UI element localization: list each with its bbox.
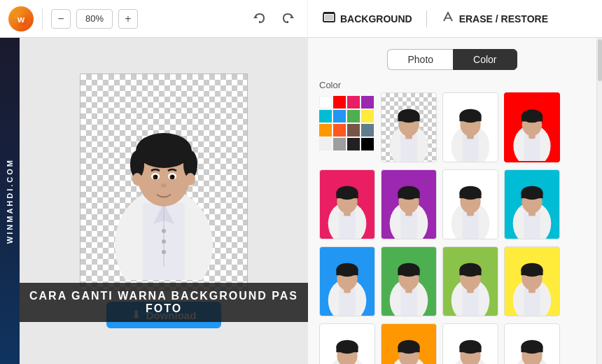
color-section-label: Color xyxy=(319,80,374,90)
row2-thumbs xyxy=(319,169,585,239)
erase-restore-label: ERASE / RESTORE xyxy=(459,13,548,24)
svg-rect-95 xyxy=(521,270,542,275)
thumb-white3[interactable] xyxy=(319,323,375,364)
svg-point-29 xyxy=(186,173,195,186)
thumb-white5[interactable] xyxy=(504,323,560,364)
svg-rect-18 xyxy=(136,150,192,163)
zoom-input[interactable] xyxy=(76,9,113,29)
svg-rect-47 xyxy=(522,116,542,122)
palette-cell-13[interactable] xyxy=(333,138,346,150)
palette-cell-11[interactable] xyxy=(361,124,374,136)
background-tab-header[interactable]: BACKGROUND xyxy=(322,10,412,27)
color-palette[interactable] xyxy=(319,96,374,150)
background-icon xyxy=(322,10,336,27)
palette-cell-15[interactable] xyxy=(361,138,374,150)
svg-rect-59 xyxy=(398,192,419,198)
row3-thumbs xyxy=(319,246,585,316)
photo-tab[interactable]: Photo xyxy=(387,49,453,70)
thumb-red[interactable] xyxy=(504,92,560,162)
thumb-purple[interactable] xyxy=(381,169,437,239)
thumb-yellow[interactable] xyxy=(504,246,560,316)
svg-point-28 xyxy=(132,173,142,186)
svg-rect-83 xyxy=(398,270,419,275)
palette-cell-5[interactable] xyxy=(333,110,346,122)
svg-rect-113 xyxy=(459,346,481,352)
background-label: BACKGROUND xyxy=(340,13,412,24)
svg-marker-2 xyxy=(253,15,258,18)
svg-rect-77 xyxy=(336,270,358,275)
thumb-pink[interactable] xyxy=(319,169,375,239)
scrollbar[interactable] xyxy=(596,38,602,364)
thumb-light-green[interactable] xyxy=(442,246,498,316)
thumb-white2[interactable] xyxy=(442,169,498,239)
zoom-in-button[interactable]: + xyxy=(118,9,138,29)
palette-section: Color xyxy=(319,80,374,162)
svg-point-14 xyxy=(162,250,166,254)
thumb-transparent[interactable] xyxy=(381,92,437,162)
thumb-white[interactable] xyxy=(442,92,498,162)
title-banner: CARA GANTI WARNA BACKGROUND PAS FOTO xyxy=(20,283,308,322)
divider xyxy=(42,8,43,29)
svg-rect-101 xyxy=(336,346,358,352)
svg-marker-3 xyxy=(290,15,294,18)
palette-cell-4[interactable] xyxy=(319,110,332,122)
svg-point-26 xyxy=(172,176,174,178)
watermark-sidebar: WINMAHDI.COM xyxy=(0,38,20,364)
svg-point-12 xyxy=(162,229,166,233)
photo-canvas xyxy=(80,74,248,290)
header-sep xyxy=(426,10,427,27)
svg-rect-35 xyxy=(398,115,419,121)
palette-cell-8[interactable] xyxy=(319,124,332,136)
svg-rect-41 xyxy=(459,115,481,121)
zoom-out-button[interactable]: − xyxy=(51,9,71,29)
svg-point-25 xyxy=(155,176,158,178)
svg-rect-107 xyxy=(398,346,419,352)
thumb-orange[interactable] xyxy=(381,323,437,364)
watermark-text: WINMAHDI.COM xyxy=(6,158,14,244)
svg-rect-65 xyxy=(459,192,481,198)
palette-cell-14[interactable] xyxy=(347,138,360,150)
palette-cell-9[interactable] xyxy=(333,124,346,136)
thumb-blue[interactable] xyxy=(319,246,375,316)
thumb-cyan[interactable] xyxy=(504,169,560,239)
row1-thumbs xyxy=(381,80,560,162)
svg-rect-119 xyxy=(521,346,542,352)
palette-cell-6[interactable] xyxy=(347,110,360,122)
person-figure xyxy=(94,84,234,280)
svg-point-27 xyxy=(161,183,167,188)
palette-cell-0[interactable] xyxy=(319,96,332,108)
undo-button[interactable] xyxy=(248,8,271,30)
thumb-white4[interactable] xyxy=(442,323,498,364)
svg-rect-71 xyxy=(521,192,542,198)
thumb-green[interactable] xyxy=(381,246,437,316)
redo-button[interactable] xyxy=(276,8,299,30)
top-section: Color xyxy=(319,80,585,162)
erase-restore-tab-header[interactable]: ERASE / RESTORE xyxy=(441,10,548,27)
row4-thumbs xyxy=(319,323,585,364)
app-logo: w xyxy=(8,6,34,31)
erase-icon xyxy=(441,10,455,27)
right-panel: Photo Color Color xyxy=(308,38,596,364)
palette-cell-10[interactable] xyxy=(347,124,360,136)
svg-point-13 xyxy=(162,239,166,244)
svg-rect-53 xyxy=(336,192,358,198)
tab-row: Photo Color xyxy=(319,49,585,70)
svg-rect-6 xyxy=(325,15,333,20)
svg-rect-5 xyxy=(323,12,335,14)
svg-text:w: w xyxy=(17,14,25,24)
svg-rect-89 xyxy=(459,270,481,275)
palette-cell-1[interactable] xyxy=(333,96,346,108)
palette-cell-2[interactable] xyxy=(347,96,360,108)
palette-cell-7[interactable] xyxy=(361,110,374,122)
color-tab[interactable]: Color xyxy=(453,49,517,70)
palette-cell-12[interactable] xyxy=(319,138,332,150)
palette-cell-3[interactable] xyxy=(361,96,374,108)
